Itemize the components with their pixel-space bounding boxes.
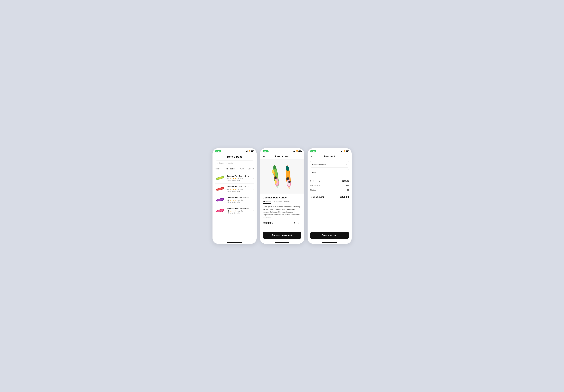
boat-thumb-2: [215, 186, 225, 192]
star-4-1: ★: [229, 210, 231, 212]
review-count-1: (1005): [239, 177, 243, 179]
boat-sails-2: 550 completed sails: [227, 190, 252, 192]
screen2-title: Rent a boat: [275, 155, 289, 158]
boat-item-3[interactable]: Goodies Polo Canoe Boat 4.5 ★ ★ ★ ★ ★ (1…: [215, 194, 254, 205]
status-time-1: 9:41: [215, 150, 221, 152]
rating-num-4: 4.5: [227, 210, 229, 212]
detail-tab-description[interactable]: Description: [263, 201, 271, 203]
star-3-3: ★: [233, 199, 234, 201]
boat-thumb-3: [215, 196, 225, 203]
carousel-dots: [260, 194, 304, 196]
star-4-4: ★: [235, 210, 236, 212]
boat-info-3: Goodies Polo Canoe Boat 4.5 ★ ★ ★ ★ ★ (1…: [227, 197, 252, 203]
boat-name-4: Goodies Polo Canoe Boat: [227, 207, 252, 210]
screens-container: 9:41 📶 Rent a boat ● Search for boats Po…: [212, 148, 352, 244]
boat-price: $99.99/hr: [263, 222, 273, 225]
boat-item-4[interactable]: Goodies Polo Canoe Boat 4.5 ★ ★ ★ ★ ★ (1…: [215, 205, 254, 216]
star-2-2: ★: [231, 188, 233, 190]
wifi-icon-1: 📶: [249, 150, 250, 152]
boat-item-2[interactable]: Goodies Polo Canoe Boat 4.5 ★ ★ ★ ★ ★ (1…: [215, 184, 254, 194]
home-indicator-1: [227, 242, 242, 243]
boat-name-2: Goodies Polo Canoe Boat: [227, 186, 252, 188]
svg-point-11: [222, 200, 223, 201]
total-value: $228.98: [340, 196, 349, 198]
screen2-header: ← Rent a boat: [260, 153, 304, 159]
wifi-icon-2: 📶: [296, 150, 298, 152]
detail-tab-reviews[interactable]: Reviews: [284, 201, 290, 203]
boat-info-1: Goodies Polo Canoe Boat 4.5 ★ ★ ★ ★ ★ (1…: [227, 175, 252, 181]
boat-info-2: Goodies Polo Canoe Boat 4.5 ★ ★ ★ ★ ★ (1…: [227, 186, 252, 192]
star-4-2: ★: [231, 210, 233, 212]
price-qty-row: $99.99/hr − 2 +: [263, 221, 301, 225]
screen3-body: Number of hours ⌄ Date ⌄ Cost of boat $1…: [308, 159, 352, 232]
star-5: ★: [236, 177, 238, 179]
svg-point-14: [217, 209, 218, 210]
detail-tab-howto[interactable]: How to use: [274, 201, 282, 203]
battery-icon-3: [346, 150, 349, 152]
star-3-1: ★: [229, 199, 231, 201]
back-button-3[interactable]: ←: [310, 155, 314, 158]
book-your-boat-button[interactable]: Book your boat: [310, 232, 349, 239]
star-2-5: ★: [236, 188, 238, 190]
cost-value-3: $5: [347, 189, 349, 191]
tab-pontoon[interactable]: Pontoon: [215, 168, 222, 171]
star-2: ★: [231, 177, 233, 179]
battery-icon-1: [251, 150, 254, 152]
search-bar[interactable]: ● Search for boats: [215, 161, 254, 165]
date-dropdown[interactable]: Date ⌄: [310, 169, 349, 176]
screen1-content: Rent a boat ● Search for boats Pontoon P…: [212, 153, 257, 241]
tab-jetboat[interactable]: Jetboat: [248, 168, 254, 171]
cost-label-3: Pledge: [310, 189, 316, 191]
screen-3: 9:41 📶 ← Payment Number of hours ⌄ Date: [308, 148, 352, 244]
boat-thumb-1: [215, 175, 225, 181]
back-button-2[interactable]: ←: [263, 155, 266, 158]
svg-point-7: [222, 189, 223, 190]
tab-yacht[interactable]: Yacht: [240, 168, 244, 171]
chevron-right-2: ›: [253, 188, 254, 190]
cost-row-1: Cost of boat $199.98: [310, 179, 349, 183]
tab-polo-canoe[interactable]: Polo Canoe: [226, 168, 235, 171]
cost-value-1: $199.98: [342, 180, 349, 182]
rating-num-3: 4.5: [227, 199, 229, 201]
boat-sails-4: 550 completed sails: [227, 212, 252, 214]
star-2-4: ★: [235, 188, 236, 190]
search-placeholder: Search for boats: [219, 162, 233, 164]
quantity-control: − 2 +: [288, 221, 301, 225]
boat-list: Goodies Polo Canoe Boat 4.5 ★ ★ ★ ★ ★ (1…: [215, 173, 254, 216]
wifi-icon-3: 📶: [344, 150, 345, 152]
cost-label-1: Cost of boat: [310, 180, 320, 182]
boat-name-1: Goodies Polo Canoe Boat: [227, 175, 252, 177]
date-chevron-icon: ⌄: [345, 171, 347, 174]
boat-item-1[interactable]: Goodies Polo Canoe Boat 4.5 ★ ★ ★ ★ ★ (1…: [215, 173, 254, 184]
qty-increase-button[interactable]: +: [297, 222, 300, 224]
cost-row-3: Pledge $5: [310, 188, 349, 192]
chevron-right-4: ›: [253, 209, 254, 212]
dot-3: [284, 195, 285, 195]
date-dropdown-label: Date: [312, 171, 316, 174]
total-label: Total amount:: [310, 196, 324, 198]
boat-rating-3: 4.5 ★ ★ ★ ★ ★ (1005): [227, 199, 252, 201]
qty-decrease-button[interactable]: −: [290, 222, 292, 224]
review-count-2: (1005): [239, 189, 243, 190]
proceed-to-payment-button[interactable]: Proceed to payment: [263, 232, 301, 239]
category-tabs: Pontoon Polo Canoe Yacht Jetboat: [215, 168, 254, 171]
detail-description: Lorem ipsum dolor sit amet, consectetur …: [263, 205, 301, 219]
star-3-4: ★: [235, 199, 236, 201]
boat-image-svg: [262, 161, 302, 192]
star-1: ★: [229, 177, 231, 179]
screen2-footer: Proceed to payment: [260, 232, 304, 241]
signal-icon-1: [246, 150, 248, 152]
chevron-right-3: ›: [253, 199, 254, 201]
star-4-5: ★: [236, 210, 238, 212]
detail-tabs: Description How to use Reviews: [263, 201, 301, 204]
boat-sails-3: 550 completed sails: [227, 201, 252, 203]
boat-info-4: Goodies Polo Canoe Boat 4.5 ★ ★ ★ ★ ★ (1…: [227, 207, 252, 214]
rating-num-2: 4.5: [227, 188, 229, 190]
boat-rating-2: 4.5 ★ ★ ★ ★ ★ (1005): [227, 188, 252, 190]
boat-sails-1: 550 completed sails: [227, 179, 252, 181]
hours-dropdown[interactable]: Number of hours ⌄: [310, 161, 349, 167]
star-2-1: ★: [229, 188, 231, 190]
svg-point-15: [222, 211, 223, 212]
chevron-right-1: ›: [253, 177, 254, 179]
boat-detail-name: Goodies Polo Canoe: [263, 196, 301, 199]
